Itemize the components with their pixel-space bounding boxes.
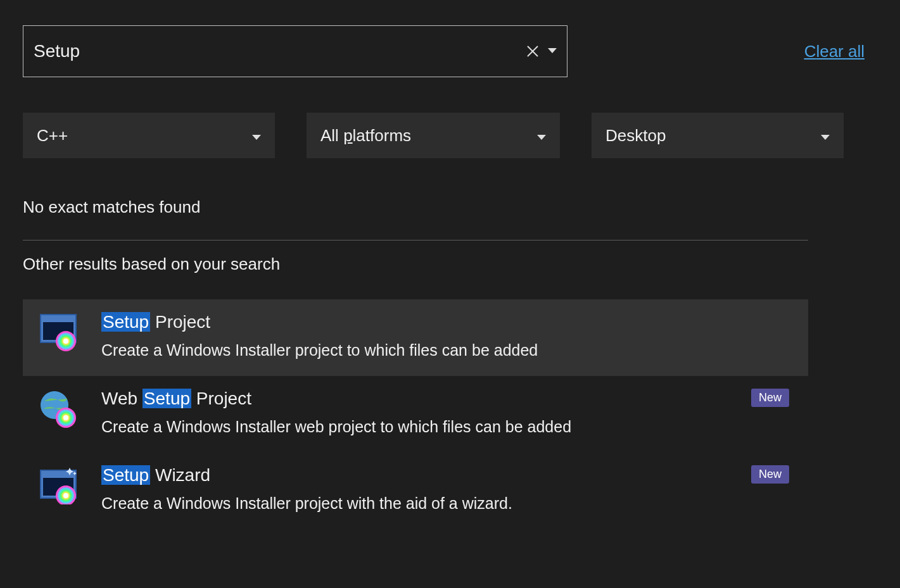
svg-point-9 (63, 339, 68, 344)
filter-language-label: C++ (37, 126, 68, 146)
chevron-down-icon (252, 126, 261, 146)
other-results-label: Other results based on your search (23, 254, 877, 274)
svg-point-12 (63, 415, 68, 420)
filter-platform-label: All platforms (320, 126, 411, 146)
result-title: Web Setup Project (101, 389, 792, 409)
web-installer-icon (39, 390, 77, 428)
divider (23, 240, 808, 241)
result-description: Create a Windows Installer project with … (101, 494, 792, 513)
filter-language[interactable]: C++ (23, 113, 275, 158)
results-list: Setup Project Create a Windows Installer… (23, 299, 808, 529)
chevron-down-icon (821, 126, 830, 146)
new-badge: New (751, 389, 789, 407)
result-description: Create a Windows Installer project to wh… (101, 341, 792, 360)
result-description: Create a Windows Installer web project t… (101, 418, 792, 436)
search-box[interactable] (23, 25, 567, 77)
installer-icon (39, 313, 77, 351)
filter-platform[interactable]: All platforms (307, 113, 560, 158)
svg-point-18 (63, 493, 68, 498)
svg-marker-4 (537, 135, 546, 140)
wizard-installer-icon (39, 466, 77, 504)
result-title: Setup Wizard (101, 465, 792, 485)
result-item-web-setup-project[interactable]: Web Setup Project Create a Windows Insta… (23, 376, 808, 453)
result-title: Setup Project (101, 312, 792, 332)
clear-search-icon[interactable] (526, 45, 539, 58)
filter-project-type-label: Desktop (605, 126, 666, 146)
filter-project-type[interactable]: Desktop (592, 113, 844, 158)
no-matches-label: No exact matches found (23, 197, 877, 217)
search-dropdown-icon[interactable] (548, 48, 557, 54)
svg-marker-3 (252, 135, 261, 140)
svg-marker-2 (548, 48, 557, 53)
clear-all-text: lear all (816, 42, 865, 61)
chevron-down-icon (537, 126, 546, 146)
result-item-setup-project[interactable]: Setup Project Create a Windows Installer… (23, 299, 808, 376)
svg-marker-5 (821, 135, 830, 140)
clear-all-link[interactable]: Clear all (804, 42, 865, 61)
result-item-setup-wizard[interactable]: Setup Wizard Create a Windows Installer … (23, 453, 808, 529)
new-badge: New (751, 465, 789, 484)
search-input[interactable] (34, 41, 526, 61)
